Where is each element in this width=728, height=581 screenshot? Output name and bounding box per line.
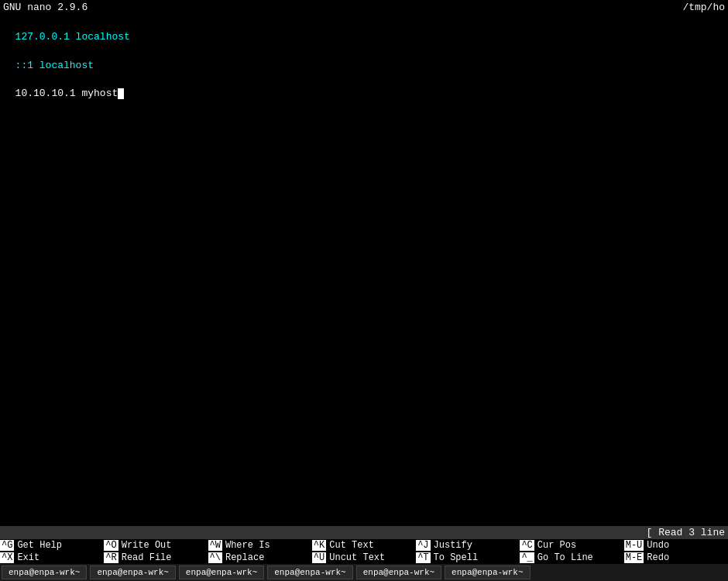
- taskbar: enpa@enpa-wrk~ enpa@enpa-wrk~ enpa@enpa-…: [0, 564, 728, 581]
- shortcut-label-exit: Exit: [17, 552, 39, 563]
- shortcut-label-justify: Justify: [434, 540, 472, 551]
- status-text: [ Read 3 line: [647, 527, 725, 538]
- taskbar-item-2[interactable]: enpa@enpa-wrk~: [90, 566, 175, 579]
- shortcut-read-file[interactable]: ^R Read File: [104, 552, 208, 564]
- shortcut-key-redo: M-E: [624, 552, 644, 563]
- shortcut-cut-text[interactable]: ^K Cut Text: [312, 539, 416, 552]
- shortcut-key-get-help: ^G: [0, 540, 14, 551]
- shortcut-label-get-help: Get Help: [17, 540, 62, 551]
- status-bar: [ Read 3 line: [0, 526, 728, 539]
- taskbar-item-6[interactable]: enpa@enpa-wrk~: [445, 566, 530, 579]
- shortcut-key-replace: ^\: [208, 552, 222, 563]
- shortcut-bar-row1: ^G Get Help ^O Write Out ^W Where Is ^K …: [0, 539, 728, 552]
- file-path: /tmp/ho: [682, 2, 725, 13]
- editor-area[interactable]: 127.0.0.1 localhost ::1 localhost 10.10.…: [0, 15, 728, 526]
- shortcut-key-to-spell: ^T: [416, 552, 430, 563]
- editor-line-3: 10.10.10.1 myhost: [15, 88, 125, 99]
- shortcut-key-cur-pos: ^C: [520, 540, 534, 551]
- app-title: GNU nano 2.9.6: [3, 2, 88, 13]
- shortcut-where-is[interactable]: ^W Where Is: [208, 539, 312, 552]
- shortcut-key-uncut-text: ^U: [312, 552, 326, 563]
- shortcut-cur-pos[interactable]: ^C Cur Pos: [520, 539, 623, 552]
- editor-line-2: ::1 localhost: [15, 60, 94, 71]
- shortcut-label-cut-text: Cut Text: [329, 540, 374, 551]
- shortcut-key-go-to-line: ^_: [520, 552, 534, 563]
- shortcut-key-undo: M-U: [624, 540, 644, 551]
- shortcut-go-to-line[interactable]: ^_ Go To Line: [520, 552, 623, 564]
- shortcut-key-justify: ^J: [416, 540, 430, 551]
- shortcut-get-help[interactable]: ^G Get Help: [0, 539, 104, 552]
- shortcut-label-write-out: Write Out: [122, 540, 172, 551]
- shortcut-replace[interactable]: ^\ Replace: [208, 552, 312, 564]
- taskbar-item-5[interactable]: enpa@enpa-wrk~: [356, 566, 441, 579]
- shortcut-write-out[interactable]: ^O Write Out: [104, 539, 208, 552]
- shortcut-key-cut-text: ^K: [312, 540, 326, 551]
- shortcut-label-cur-pos: Cur Pos: [537, 540, 576, 551]
- taskbar-item-3[interactable]: enpa@enpa-wrk~: [179, 566, 264, 579]
- title-bar: GNU nano 2.9.6 /tmp/ho: [0, 0, 728, 15]
- editor-line-1: 127.0.0.1 localhost: [15, 31, 130, 43]
- shortcut-label-replace: Replace: [225, 552, 264, 563]
- shortcut-redo[interactable]: M-E Redo: [624, 552, 728, 564]
- shortcut-label-uncut-text: Uncut Text: [329, 552, 385, 563]
- shortcut-key-exit: ^X: [0, 552, 14, 563]
- shortcut-key-read-file: ^R: [104, 552, 118, 563]
- shortcut-label-redo: Redo: [647, 552, 669, 563]
- shortcut-key-write-out: ^O: [104, 540, 118, 551]
- cursor: [118, 88, 124, 99]
- taskbar-item-1[interactable]: enpa@enpa-wrk~: [2, 566, 87, 579]
- shortcut-to-spell[interactable]: ^T To Spell: [416, 552, 520, 564]
- shortcut-label-read-file: Read File: [122, 552, 172, 563]
- shortcut-key-where-is: ^W: [208, 540, 222, 551]
- shortcut-exit[interactable]: ^X Exit: [0, 552, 104, 564]
- shortcut-justify[interactable]: ^J Justify: [416, 539, 520, 552]
- shortcut-uncut-text[interactable]: ^U Uncut Text: [312, 552, 416, 564]
- shortcut-label-to-spell: To Spell: [434, 552, 479, 563]
- shortcut-bar-row2: ^X Exit ^R Read File ^\ Replace ^U Uncut…: [0, 552, 728, 564]
- taskbar-item-4[interactable]: enpa@enpa-wrk~: [267, 566, 352, 579]
- shortcut-label-where-is: Where Is: [225, 540, 270, 551]
- shortcut-label-go-to-line: Go To Line: [537, 552, 593, 563]
- shortcut-undo[interactable]: M-U Undo: [624, 539, 728, 552]
- shortcut-label-undo: Undo: [647, 540, 669, 551]
